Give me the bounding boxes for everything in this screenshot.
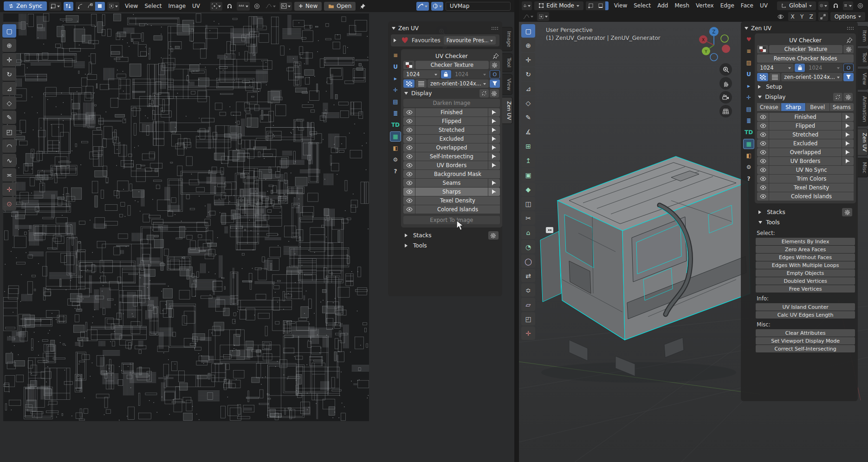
flag-icon[interactable]	[488, 152, 500, 161]
pin-image-icon[interactable]	[358, 2, 368, 11]
overlay-row[interactable]: Overlapped	[403, 143, 500, 152]
rip-region-tool[interactable]: ◰	[2, 125, 16, 138]
measure-tool[interactable]: ∡	[521, 125, 535, 138]
edge-slide-tool[interactable]: ⇄	[521, 269, 535, 282]
rotate-tool[interactable]: ↻	[2, 67, 16, 81]
sidebar-tab[interactable]: View	[858, 69, 868, 89]
overlay-row[interactable]: Excluded	[403, 135, 500, 143]
overlay-row[interactable]: UV No Sync	[757, 166, 854, 174]
checker-texture-toggle[interactable]: Checker Texture	[415, 61, 489, 69]
overlay-row[interactable]: Colored Islands	[403, 205, 500, 214]
texel-density-icon[interactable]: TD	[390, 120, 401, 130]
bevel-tool[interactable]: ◆	[521, 182, 535, 196]
sidebar-tab[interactable]: Misc	[858, 158, 868, 177]
flag-icon[interactable]	[488, 188, 500, 196]
sidebar-tab[interactable]: Image	[502, 27, 512, 51]
edge-mode-button[interactable]: Seams	[830, 103, 854, 111]
menu-item[interactable]: UV	[189, 2, 203, 10]
scale-tool[interactable]: ⊿	[521, 82, 535, 95]
transform-tool[interactable]: ◇	[521, 96, 535, 110]
zen-loupe-tool[interactable]: ⊙	[2, 197, 16, 210]
overlay-row[interactable]: Sharps	[403, 188, 500, 196]
overlay-row[interactable]: Texel Density	[757, 183, 854, 192]
select-tool-button[interactable]: Edges With Multiple Loops	[756, 261, 855, 269]
flag-icon[interactable]	[842, 122, 854, 130]
extrude-region-tool[interactable]: ↥	[521, 154, 535, 167]
edge-mode-button[interactable]: Bevel	[806, 103, 829, 111]
mirror-axis-toggle[interactable]: X	[788, 12, 797, 21]
uv-unwrap-icon[interactable]: U	[743, 69, 754, 79]
overlay-row[interactable]: Texel Density	[403, 196, 500, 205]
sidebar-tab[interactable]: View	[502, 74, 512, 95]
layers-icon[interactable]: ≣	[390, 108, 401, 118]
snap-magnet-toggle[interactable]	[225, 2, 234, 11]
stacks-section-header[interactable]: Stacks	[755, 207, 856, 217]
sidebar-tab[interactable]: Zen UV	[502, 97, 512, 124]
poly-build-tool[interactable]: ⌂	[521, 226, 535, 239]
sidebar-tab[interactable]: Zen UV	[858, 129, 868, 156]
list-icon[interactable]: ≡	[743, 46, 754, 56]
menu-item[interactable]: Face	[738, 2, 757, 9]
pan-hand-icon[interactable]	[719, 77, 732, 90]
island-mode-edge-icon[interactable]	[85, 2, 95, 11]
shrink-fatten-tool[interactable]: ≎	[521, 283, 535, 297]
inset-faces-tool[interactable]: ▣	[521, 168, 535, 182]
info-tool-button[interactable]: Calc UV Edges Length	[756, 311, 855, 319]
checker-texture-name-dropdown[interactable]: zen-orient-1024x...	[428, 79, 489, 88]
menu-item[interactable]: View	[122, 2, 141, 10]
shear-tool[interactable]: ▱	[521, 298, 535, 311]
knife-tool[interactable]: ✂	[521, 211, 535, 225]
unlink-icon[interactable]	[479, 89, 489, 98]
proportional-falloff-dropdown[interactable]	[522, 12, 535, 21]
edge-mode-button[interactable]: Crease	[757, 103, 781, 111]
visibility-eye-icon[interactable]	[403, 161, 415, 169]
sidebar-tab[interactable]: Tool	[858, 48, 868, 66]
annotate-tool[interactable]: ✎	[2, 111, 16, 124]
prefs-gear-icon[interactable]: ⚙	[390, 155, 401, 165]
stripes-chip-icon[interactable]	[769, 73, 780, 81]
flag-icon[interactable]	[488, 179, 500, 187]
lock-resolution-icon[interactable]	[795, 64, 805, 72]
visibility-eye-icon[interactable]	[403, 170, 415, 178]
flag-icon[interactable]	[488, 161, 500, 169]
pivot-point-dropdown[interactable]	[818, 1, 828, 10]
flag-icon[interactable]	[842, 113, 854, 121]
mirror-axis-toggle[interactable]: Y	[797, 12, 807, 21]
favourite-preset-dropdown[interactable]: Favourite Pres...	[444, 36, 496, 45]
layers-icon[interactable]: ≣	[743, 116, 754, 126]
filter-funnel-icon[interactable]	[490, 79, 500, 88]
open-image-button[interactable]: Open	[324, 2, 356, 11]
spin-tool[interactable]: ◔	[521, 240, 535, 254]
favourites-expand-icon[interactable]	[394, 39, 398, 42]
snap-base-dropdown[interactable]	[818, 12, 828, 21]
mode-dropdown[interactable]: Edit Mode	[534, 1, 583, 10]
flag-icon[interactable]	[488, 126, 500, 134]
snap-magnet-toggle[interactable]	[831, 1, 841, 10]
flag-icon[interactable]	[842, 157, 854, 165]
visibility-eye-icon[interactable]	[757, 183, 769, 192]
overlay-row[interactable]: Overlapped	[757, 148, 854, 156]
transform-tool[interactable]: ◇	[2, 96, 16, 110]
select-tool-button[interactable]: Edges Without Faces	[756, 254, 855, 261]
zen-arc-display-dropdown[interactable]	[416, 2, 429, 11]
sidebar-tab[interactable]: Item	[858, 26, 868, 46]
visibility-eye-icon[interactable]	[757, 130, 769, 139]
menu-item[interactable]: Mesh	[671, 2, 693, 9]
zen-checker-chip-icon[interactable]	[403, 79, 415, 88]
proportional-falloff-dropdown[interactable]	[264, 2, 277, 11]
visibility-eye-icon[interactable]	[757, 139, 769, 148]
panel-grip-icon[interactable]	[847, 26, 854, 31]
zen-sphere-display-dropdown[interactable]	[431, 2, 443, 11]
dither-icon[interactable]: ▨	[743, 58, 754, 68]
visibility-eye-icon[interactable]	[403, 117, 415, 125]
stacks-gear-icon[interactable]	[842, 208, 852, 216]
transform-orientation-dropdown[interactable]: Global	[777, 1, 816, 10]
visibility-eye-icon[interactable]	[403, 205, 415, 214]
uv-unwrap-icon[interactable]: U	[390, 62, 401, 72]
zenuv-panel-header[interactable]: Zen UV	[390, 23, 500, 33]
cursor-tool[interactable]: ⊕	[2, 39, 16, 52]
checker-texture-name-dropdown[interactable]: zen-orient-1024x...	[781, 73, 842, 81]
island-mode-vertex-icon[interactable]	[76, 2, 85, 11]
menu-item[interactable]: Edge	[717, 2, 738, 9]
transform-icon[interactable]: ✛	[390, 85, 401, 95]
